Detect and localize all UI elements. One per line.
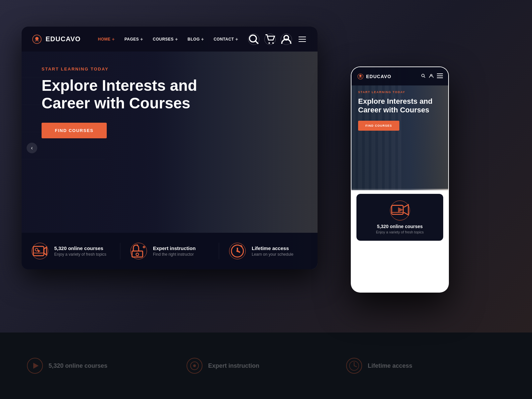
svg-line-8 bbox=[354, 366, 357, 367]
logo[interactable]: EDUCAVO bbox=[32, 34, 81, 45]
svg-line-13 bbox=[256, 41, 258, 44]
bg-bottom-icon-3 bbox=[346, 357, 362, 374]
mobile-mockup: EDUCAVO bbox=[351, 66, 449, 293]
mobile-find-courses-button[interactable]: FIND COURSES bbox=[358, 121, 399, 131]
mobile-stat-text: 5,320 online courses Enjoy a variety of … bbox=[376, 224, 424, 234]
mobile-logo-icon bbox=[357, 73, 364, 80]
mobile-stat-subtitle: Enjoy a variety of fresh topics bbox=[376, 230, 424, 234]
bg-bottom-icon-1 bbox=[27, 357, 43, 374]
bg-bottom-item-1: 5,320 online courses bbox=[27, 357, 186, 374]
svg-point-27 bbox=[236, 250, 238, 252]
mobile-user-icon[interactable] bbox=[429, 73, 434, 79]
stat-title-lifetime: Lifetime access bbox=[252, 245, 293, 251]
nav-menu: HOME + PAGES + COURSES + BLOG + CONTACT … bbox=[94, 34, 248, 45]
mobile-hamburger-icon[interactable] bbox=[437, 73, 443, 79]
bg-bottom-text-2: Expert instruction bbox=[208, 362, 259, 369]
svg-point-22 bbox=[136, 253, 139, 256]
video-icon bbox=[32, 243, 48, 259]
hero-content: START LEARNING TODAY Explore Interests a… bbox=[42, 66, 197, 138]
svg-point-15 bbox=[272, 42, 274, 44]
bg-bottom-item-3: Lifetime access bbox=[346, 357, 505, 374]
bg-bottom-icon-2 bbox=[186, 357, 203, 374]
svg-point-23 bbox=[137, 244, 138, 246]
svg-point-12 bbox=[249, 35, 256, 42]
stat-subtitle-instruction: Find the right instructor bbox=[153, 252, 196, 257]
stat-title-instruction: Expert instruction bbox=[153, 245, 196, 251]
mobile-video-icon bbox=[390, 200, 410, 220]
stat-text-instruction: Expert instruction Find the right instru… bbox=[153, 245, 196, 257]
background-bottom: 5,320 online courses Expert instruction … bbox=[0, 332, 532, 399]
hamburger-line-1 bbox=[299, 37, 306, 37]
logo-icon bbox=[32, 34, 42, 45]
mobile-hero: EDUCAVO bbox=[351, 67, 448, 190]
stat-title-courses: 5,320 online courses bbox=[54, 245, 106, 251]
stat-text-courses: 5,320 online courses Enjoy a variety of … bbox=[54, 245, 106, 257]
stat-item-courses: 5,320 online courses Enjoy a variety of … bbox=[22, 243, 120, 259]
nav-plus-home: + bbox=[112, 37, 115, 42]
svg-point-4 bbox=[193, 364, 196, 367]
mobile-stat-title: 5,320 online courses bbox=[376, 224, 424, 229]
svg-point-11 bbox=[35, 37, 39, 40]
svg-marker-20 bbox=[38, 250, 41, 252]
stat-subtitle-courses: Enjoy a variety of fresh topics bbox=[54, 252, 106, 257]
nav-item-contact[interactable]: CONTACT + bbox=[209, 34, 242, 45]
svg-rect-21 bbox=[132, 251, 143, 257]
clock-icon bbox=[229, 243, 246, 259]
nav-plus-courses: + bbox=[175, 37, 178, 42]
nav-plus-pages: + bbox=[140, 37, 143, 42]
user-button[interactable] bbox=[281, 34, 292, 45]
svg-line-32 bbox=[424, 76, 425, 78]
bg-bottom-item-2: Expert instruction bbox=[186, 357, 346, 374]
bg-bottom-text-3: Lifetime access bbox=[368, 362, 412, 369]
svg-point-30 bbox=[359, 74, 362, 77]
stat-text-lifetime: Lifetime access Learn on your schedule bbox=[252, 245, 293, 257]
mobile-search-icon[interactable] bbox=[421, 73, 426, 79]
hero-title: Explore Interests and Career with Course… bbox=[42, 77, 197, 112]
mobile-nav-icons bbox=[421, 73, 443, 79]
hamburger-menu[interactable] bbox=[297, 35, 308, 44]
nav-plus-blog: + bbox=[201, 37, 204, 42]
nav-icons bbox=[248, 34, 308, 45]
stat-item-instruction: Expert instruction Find the right instru… bbox=[120, 243, 219, 259]
nav-plus-contact: + bbox=[235, 37, 238, 42]
mobile-hero-content: START LEARNING TODAY Explore Interests a… bbox=[358, 90, 448, 131]
mobile-title: Explore Interests and Career with Course… bbox=[358, 97, 448, 115]
desktop-mockup: EDUCAVO HOME + PAGES + COURSES + BLOG + … bbox=[22, 27, 318, 269]
svg-point-19 bbox=[35, 248, 38, 251]
bg-bottom-text-1: 5,320 online courses bbox=[49, 362, 107, 369]
gear-icon bbox=[130, 243, 147, 259]
svg-marker-38 bbox=[398, 207, 403, 212]
prev-slide-arrow[interactable]: ‹ bbox=[27, 143, 37, 153]
logo-text: EDUCAVO bbox=[46, 35, 81, 43]
mobile-logo[interactable]: EDUCAVO bbox=[357, 73, 421, 80]
stat-item-lifetime: Lifetime access Learn on your schedule bbox=[219, 243, 318, 259]
mobile-stats-section: 5,320 online courses Enjoy a variety of … bbox=[351, 189, 448, 292]
cart-button[interactable] bbox=[264, 34, 276, 45]
stat-subtitle-lifetime: Learn on your schedule bbox=[252, 252, 293, 257]
mobile-tagline: START LEARNING TODAY bbox=[358, 90, 448, 94]
nav-item-pages[interactable]: PAGES + bbox=[120, 34, 147, 45]
find-courses-button[interactable]: FIND COURSES bbox=[42, 123, 107, 138]
hamburger-line-2 bbox=[299, 39, 306, 40]
hero-tagline: START LEARNING TODAY bbox=[42, 66, 197, 71]
svg-point-31 bbox=[422, 74, 424, 77]
hamburger-line-3 bbox=[299, 41, 306, 42]
search-button[interactable] bbox=[248, 34, 259, 45]
mobile-navbar: EDUCAVO bbox=[351, 67, 448, 85]
mobile-logo-text: EDUCAVO bbox=[366, 74, 391, 79]
svg-point-14 bbox=[268, 42, 270, 44]
svg-marker-1 bbox=[33, 363, 39, 369]
nav-item-home[interactable]: HOME + bbox=[94, 34, 119, 45]
nav-item-courses[interactable]: COURSES + bbox=[149, 34, 182, 45]
nav-item-blog[interactable]: BLOG + bbox=[184, 34, 208, 45]
navbar: EDUCAVO HOME + PAGES + COURSES + BLOG + … bbox=[22, 27, 318, 52]
stats-bar: 5,320 online courses Enjoy a variety of … bbox=[22, 233, 318, 269]
mobile-stat-card: 5,320 online courses Enjoy a variety of … bbox=[356, 194, 443, 241]
